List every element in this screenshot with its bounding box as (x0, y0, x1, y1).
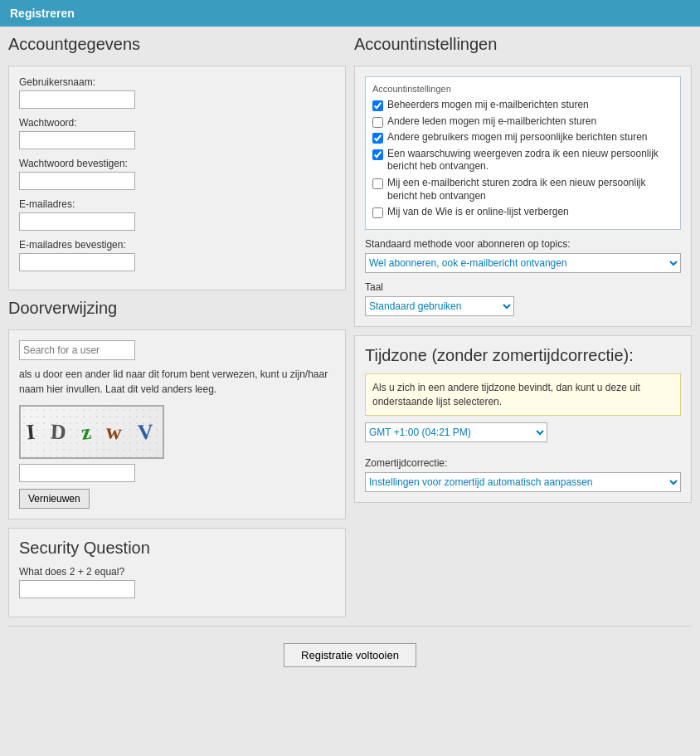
checkbox-notify-pm[interactable] (372, 149, 383, 160)
username-label: Gebruikersnaam: (19, 76, 335, 88)
username-input[interactable] (19, 90, 135, 109)
checkbox-notify-pm-text: Een waarschuwing weergeven zodra ik een … (387, 148, 673, 173)
captcha-section: I D z w V Vernieuwen (19, 405, 335, 509)
email-confirm-input[interactable] (19, 253, 135, 271)
timezone-title: Tijdzone (zonder zomertijdcorrectie): (365, 346, 681, 365)
timezone-info-text: Als u zich in een andere tijdzone bevind… (372, 382, 640, 407)
checkbox-hide-online[interactable] (372, 207, 383, 218)
checkbox-email-pm[interactable] (372, 178, 383, 189)
captcha-display: I D z w V (27, 420, 156, 445)
email-input[interactable] (19, 212, 135, 231)
dst-select[interactable]: Instellingen voor zomertijd automatisch … (365, 472, 681, 492)
email-label: E-mailadres: (19, 198, 335, 210)
username-field-group: Gebruikersnaam: (19, 76, 335, 109)
password-field-group: Wachtwoord: (19, 117, 335, 149)
account-settings-section: Accountinstellingen Beheerders mogen mij… (354, 66, 692, 327)
checkbox-row-2: Andere leden mogen mij e-mailberichten s… (372, 115, 673, 129)
security-section: Security Question What does 2 + 2 equal? (8, 528, 346, 617)
account-settings-inner: Accountinstellingen Beheerders mogen mij… (365, 76, 681, 230)
checkbox-hide-online-text: Mij van de Wie is er online-lijst verber… (387, 206, 569, 219)
search-user-input[interactable] (19, 340, 135, 360)
header-bar: Registreren (0, 0, 700, 27)
referral-title: Doorverwijzing (8, 299, 346, 318)
password-input[interactable] (19, 131, 135, 149)
language-select[interactable]: Standaard gebruiken Nederlands English (365, 296, 514, 316)
header-title: Registreren (10, 7, 75, 20)
timezone-info: Als u zich in een andere tijdzone bevind… (365, 373, 681, 417)
referral-section: als u door een ander lid naar dit forum … (8, 329, 346, 519)
language-label: Taal (365, 281, 681, 293)
checkbox-users-pm-text: Andere gebruikers mogen mij persoonlijke… (387, 131, 648, 144)
checkbox-members-email[interactable] (372, 117, 383, 128)
security-title: Security Question (19, 539, 335, 558)
checkbox-users-pm[interactable] (372, 133, 383, 144)
renew-button[interactable]: Vernieuwen (19, 489, 90, 509)
bottom-bar: Registratie voltooien (8, 626, 692, 684)
password-confirm-input[interactable] (19, 172, 135, 190)
password-confirm-label: Wachtwoord bevestigen: (19, 158, 335, 169)
timezone-section: Tijdzone (zonder zomertijdcorrectie): Al… (354, 335, 692, 504)
checkbox-admins-email-text: Beheerders mogen mij e-mailberichten stu… (387, 99, 589, 112)
password-confirm-field-group: Wachtwoord bevestigen: (19, 158, 335, 190)
dst-label: Zomertijdcorrectie: (365, 457, 681, 469)
referral-description: als u door een ander lid naar dit forum … (19, 367, 335, 397)
email-field-group: E-mailadres: (19, 198, 335, 231)
checkbox-admins-email[interactable] (372, 100, 383, 111)
security-answer-input[interactable] (19, 580, 135, 598)
checkbox-row-1: Beheerders mogen mij e-mailberichten stu… (372, 99, 673, 112)
submit-button[interactable]: Registratie voltooien (284, 643, 416, 667)
email-confirm-label: E-mailadres bevestigen: (19, 239, 335, 251)
checkbox-email-pm-text: Mij een e-mailbericht sturen zodra ik ee… (387, 177, 673, 202)
subscription-select[interactable]: Wel abonneren, ook e-mailbericht ontvang… (365, 253, 681, 273)
timezone-select[interactable]: GMT +1:00 (04:21 PM) GMT +0:00 (03:21 PM… (365, 422, 547, 442)
security-question-label: What does 2 + 2 equal? (19, 566, 335, 578)
account-settings-inner-label: Accountinstellingen (372, 84, 673, 94)
account-settings-title: Accountinstellingen (354, 35, 692, 54)
checkbox-row-3: Andere gebruikers mogen mij persoonlijke… (372, 131, 673, 144)
checkbox-row-4: Een waarschuwing weergeven zodra ik een … (372, 148, 673, 173)
captcha-image: I D z w V (19, 405, 164, 459)
password-label: Wachtwoord: (19, 117, 335, 129)
checkbox-members-email-text: Andere leden mogen mij e-mailberichten s… (387, 115, 596, 129)
subscription-label: Standaard methode voor abonneren op topi… (365, 238, 681, 250)
captcha-input[interactable] (19, 464, 135, 482)
account-info-title: Accountgegevens (8, 35, 346, 54)
checkbox-row-5: Mij een e-mailbericht sturen zodra ik ee… (372, 177, 673, 202)
account-info-section: Gebruikersnaam: Wachtwoord: Wachtwoord b… (8, 66, 346, 290)
email-confirm-field-group: E-mailadres bevestigen: (19, 239, 335, 271)
checkbox-row-6: Mij van de Wie is er online-lijst verber… (372, 206, 673, 219)
